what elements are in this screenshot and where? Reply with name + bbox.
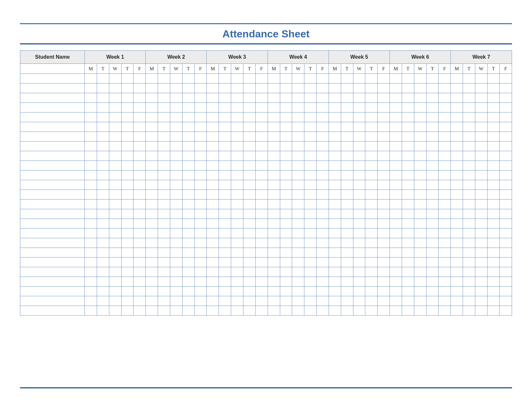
attendance-cell [390,180,402,190]
attendance-cell [243,287,255,296]
attendance-cell [219,258,231,267]
attendance-cell [268,219,280,229]
attendance-cell [487,209,499,219]
day-label: M [85,64,97,74]
attendance-cell [158,74,170,83]
name-cell [20,180,85,190]
attendance-cell [475,122,488,132]
attendance-cell [97,190,109,200]
table-row [20,267,512,277]
attendance-cell [85,103,97,113]
attendance-cell [109,74,121,83]
attendance-cell [121,122,133,132]
attendance-cell [85,209,97,219]
attendance-cell [158,229,170,238]
day-label: T [304,64,317,74]
attendance-cell [268,113,280,122]
attendance-cell [231,258,243,267]
attendance-cell [304,219,317,229]
day-label: M [390,64,402,74]
attendance-cell [121,296,133,306]
attendance-cell [402,258,414,267]
attendance-cell [133,248,146,258]
attendance-cell [280,200,292,209]
attendance-cell [121,229,133,238]
attendance-cell [463,151,475,161]
attendance-cell [329,229,341,238]
attendance-cell [243,74,255,83]
attendance-cell [329,258,341,267]
attendance-cell [390,287,402,296]
attendance-cell [97,122,109,132]
attendance-cell [158,209,170,219]
attendance-cell [304,277,317,287]
attendance-cell [402,277,414,287]
attendance-cell [194,103,207,113]
attendance-cell [402,229,414,238]
attendance-cell [158,219,170,229]
attendance-cell [97,132,109,142]
attendance-cell [158,267,170,277]
attendance-cell [353,171,365,180]
attendance-cell [255,267,268,277]
attendance-cell [121,132,133,142]
attendance-cell [390,296,402,306]
day-label: T [243,64,255,74]
attendance-cell [182,83,194,93]
attendance-cell [207,83,219,93]
attendance-cell [378,296,390,306]
attendance-cell [292,209,304,219]
attendance-cell [243,132,255,142]
attendance-cell [390,190,402,200]
name-cell [20,277,85,287]
attendance-cell [426,180,438,190]
attendance-cell [268,229,280,238]
attendance-cell [475,142,488,151]
attendance-cell [438,267,451,277]
attendance-cell [121,306,133,316]
attendance-cell [268,209,280,219]
day-label: F [438,64,451,74]
attendance-cell [109,200,121,209]
attendance-cell [182,277,194,287]
attendance-cell [499,248,512,258]
attendance-cell [292,248,304,258]
attendance-cell [243,122,255,132]
attendance-cell [341,209,353,219]
attendance-cell [121,209,133,219]
attendance-cell [194,267,207,277]
attendance-cell [353,180,365,190]
attendance-cell [378,287,390,296]
attendance-cell [243,306,255,316]
attendance-cell [268,296,280,306]
attendance-cell [280,103,292,113]
attendance-cell [97,229,109,238]
attendance-cell [317,180,329,190]
name-cell [20,287,85,296]
attendance-cell [219,83,231,93]
attendance-cell [292,142,304,151]
attendance-cell [463,267,475,277]
attendance-cell [304,190,317,200]
attendance-cell [499,151,512,161]
attendance-cell [378,238,390,248]
attendance-cell [292,306,304,316]
attendance-cell [475,74,488,83]
name-cell [20,209,85,219]
attendance-cell [463,248,475,258]
attendance-cell [182,132,194,142]
attendance-cell [317,171,329,180]
attendance-cell [353,238,365,248]
attendance-cell [402,296,414,306]
attendance-cell [97,306,109,316]
week-header: Week 3 [207,51,268,64]
attendance-cell [353,306,365,316]
attendance-cell [341,287,353,296]
attendance-cell [402,103,414,113]
attendance-cell [243,277,255,287]
attendance-cell [268,267,280,277]
attendance-cell [207,306,219,316]
attendance-cell [475,151,488,161]
attendance-cell [463,103,475,113]
attendance-cell [268,180,280,190]
